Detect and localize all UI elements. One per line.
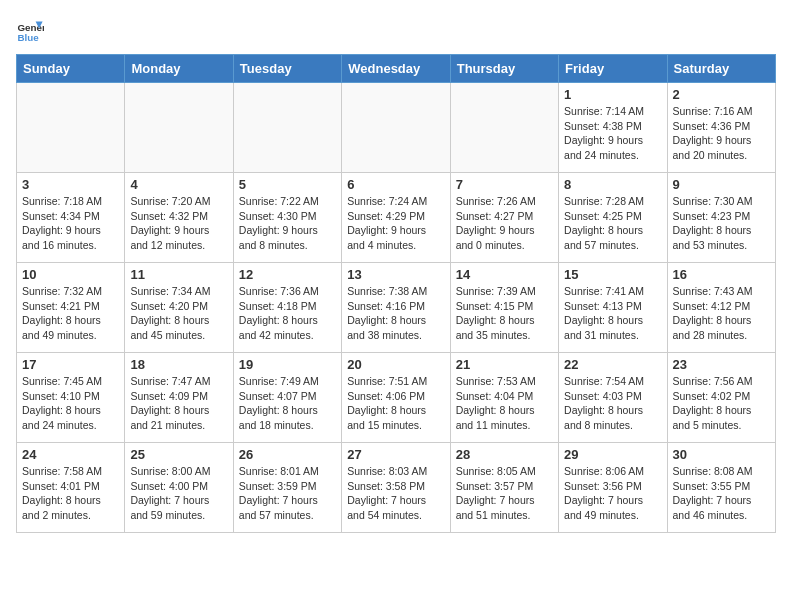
day-number: 26 [239, 447, 336, 462]
day-number: 13 [347, 267, 444, 282]
calendar-body: 1Sunrise: 7:14 AM Sunset: 4:38 PM Daylig… [17, 83, 776, 533]
calendar-cell: 25Sunrise: 8:00 AM Sunset: 4:00 PM Dayli… [125, 443, 233, 533]
calendar-weekday-saturday: Saturday [667, 55, 775, 83]
day-info: Sunrise: 8:00 AM Sunset: 4:00 PM Dayligh… [130, 464, 227, 523]
calendar-cell: 23Sunrise: 7:56 AM Sunset: 4:02 PM Dayli… [667, 353, 775, 443]
day-info: Sunrise: 7:43 AM Sunset: 4:12 PM Dayligh… [673, 284, 770, 343]
day-info: Sunrise: 7:41 AM Sunset: 4:13 PM Dayligh… [564, 284, 661, 343]
day-number: 16 [673, 267, 770, 282]
calendar-week-2: 3Sunrise: 7:18 AM Sunset: 4:34 PM Daylig… [17, 173, 776, 263]
calendar-cell: 29Sunrise: 8:06 AM Sunset: 3:56 PM Dayli… [559, 443, 667, 533]
calendar-weekday-tuesday: Tuesday [233, 55, 341, 83]
day-number: 22 [564, 357, 661, 372]
calendar-cell: 19Sunrise: 7:49 AM Sunset: 4:07 PM Dayli… [233, 353, 341, 443]
calendar-cell [17, 83, 125, 173]
calendar-cell: 26Sunrise: 8:01 AM Sunset: 3:59 PM Dayli… [233, 443, 341, 533]
day-number: 25 [130, 447, 227, 462]
calendar-cell: 14Sunrise: 7:39 AM Sunset: 4:15 PM Dayli… [450, 263, 558, 353]
calendar-cell: 8Sunrise: 7:28 AM Sunset: 4:25 PM Daylig… [559, 173, 667, 263]
calendar-cell: 10Sunrise: 7:32 AM Sunset: 4:21 PM Dayli… [17, 263, 125, 353]
calendar-cell: 20Sunrise: 7:51 AM Sunset: 4:06 PM Dayli… [342, 353, 450, 443]
day-info: Sunrise: 7:56 AM Sunset: 4:02 PM Dayligh… [673, 374, 770, 433]
day-info: Sunrise: 7:53 AM Sunset: 4:04 PM Dayligh… [456, 374, 553, 433]
logo: General Blue [16, 16, 48, 44]
calendar-week-3: 10Sunrise: 7:32 AM Sunset: 4:21 PM Dayli… [17, 263, 776, 353]
day-number: 15 [564, 267, 661, 282]
day-number: 3 [22, 177, 119, 192]
day-number: 11 [130, 267, 227, 282]
day-number: 4 [130, 177, 227, 192]
calendar-cell: 27Sunrise: 8:03 AM Sunset: 3:58 PM Dayli… [342, 443, 450, 533]
calendar-cell: 16Sunrise: 7:43 AM Sunset: 4:12 PM Dayli… [667, 263, 775, 353]
calendar-cell: 13Sunrise: 7:38 AM Sunset: 4:16 PM Dayli… [342, 263, 450, 353]
calendar-cell: 17Sunrise: 7:45 AM Sunset: 4:10 PM Dayli… [17, 353, 125, 443]
day-number: 21 [456, 357, 553, 372]
calendar-cell: 7Sunrise: 7:26 AM Sunset: 4:27 PM Daylig… [450, 173, 558, 263]
day-info: Sunrise: 7:16 AM Sunset: 4:36 PM Dayligh… [673, 104, 770, 163]
logo-icon: General Blue [16, 16, 44, 44]
day-info: Sunrise: 8:01 AM Sunset: 3:59 PM Dayligh… [239, 464, 336, 523]
day-number: 24 [22, 447, 119, 462]
calendar-cell [125, 83, 233, 173]
day-info: Sunrise: 8:05 AM Sunset: 3:57 PM Dayligh… [456, 464, 553, 523]
calendar-weekday-monday: Monday [125, 55, 233, 83]
calendar-cell: 11Sunrise: 7:34 AM Sunset: 4:20 PM Dayli… [125, 263, 233, 353]
page-header: General Blue [16, 16, 776, 44]
day-number: 1 [564, 87, 661, 102]
day-info: Sunrise: 7:28 AM Sunset: 4:25 PM Dayligh… [564, 194, 661, 253]
calendar-weekday-sunday: Sunday [17, 55, 125, 83]
day-info: Sunrise: 7:58 AM Sunset: 4:01 PM Dayligh… [22, 464, 119, 523]
day-info: Sunrise: 8:06 AM Sunset: 3:56 PM Dayligh… [564, 464, 661, 523]
day-number: 8 [564, 177, 661, 192]
day-info: Sunrise: 7:20 AM Sunset: 4:32 PM Dayligh… [130, 194, 227, 253]
day-info: Sunrise: 7:45 AM Sunset: 4:10 PM Dayligh… [22, 374, 119, 433]
day-info: Sunrise: 8:03 AM Sunset: 3:58 PM Dayligh… [347, 464, 444, 523]
day-info: Sunrise: 7:18 AM Sunset: 4:34 PM Dayligh… [22, 194, 119, 253]
calendar-table: SundayMondayTuesdayWednesdayThursdayFrid… [16, 54, 776, 533]
calendar-cell [233, 83, 341, 173]
day-number: 20 [347, 357, 444, 372]
day-info: Sunrise: 7:30 AM Sunset: 4:23 PM Dayligh… [673, 194, 770, 253]
calendar-cell: 9Sunrise: 7:30 AM Sunset: 4:23 PM Daylig… [667, 173, 775, 263]
calendar-weekday-thursday: Thursday [450, 55, 558, 83]
day-number: 18 [130, 357, 227, 372]
day-info: Sunrise: 7:32 AM Sunset: 4:21 PM Dayligh… [22, 284, 119, 343]
day-number: 27 [347, 447, 444, 462]
calendar-cell: 15Sunrise: 7:41 AM Sunset: 4:13 PM Dayli… [559, 263, 667, 353]
day-number: 30 [673, 447, 770, 462]
day-number: 17 [22, 357, 119, 372]
day-info: Sunrise: 7:14 AM Sunset: 4:38 PM Dayligh… [564, 104, 661, 163]
day-info: Sunrise: 7:47 AM Sunset: 4:09 PM Dayligh… [130, 374, 227, 433]
day-number: 2 [673, 87, 770, 102]
calendar-cell: 5Sunrise: 7:22 AM Sunset: 4:30 PM Daylig… [233, 173, 341, 263]
day-number: 10 [22, 267, 119, 282]
calendar-week-4: 17Sunrise: 7:45 AM Sunset: 4:10 PM Dayli… [17, 353, 776, 443]
day-info: Sunrise: 7:36 AM Sunset: 4:18 PM Dayligh… [239, 284, 336, 343]
day-info: Sunrise: 8:08 AM Sunset: 3:55 PM Dayligh… [673, 464, 770, 523]
day-info: Sunrise: 7:39 AM Sunset: 4:15 PM Dayligh… [456, 284, 553, 343]
calendar-cell: 24Sunrise: 7:58 AM Sunset: 4:01 PM Dayli… [17, 443, 125, 533]
day-number: 19 [239, 357, 336, 372]
calendar-cell: 12Sunrise: 7:36 AM Sunset: 4:18 PM Dayli… [233, 263, 341, 353]
day-info: Sunrise: 7:26 AM Sunset: 4:27 PM Dayligh… [456, 194, 553, 253]
day-info: Sunrise: 7:49 AM Sunset: 4:07 PM Dayligh… [239, 374, 336, 433]
calendar-weekday-wednesday: Wednesday [342, 55, 450, 83]
calendar-cell: 3Sunrise: 7:18 AM Sunset: 4:34 PM Daylig… [17, 173, 125, 263]
calendar-cell [450, 83, 558, 173]
day-number: 14 [456, 267, 553, 282]
day-info: Sunrise: 7:54 AM Sunset: 4:03 PM Dayligh… [564, 374, 661, 433]
day-number: 6 [347, 177, 444, 192]
day-info: Sunrise: 7:34 AM Sunset: 4:20 PM Dayligh… [130, 284, 227, 343]
calendar-cell: 22Sunrise: 7:54 AM Sunset: 4:03 PM Dayli… [559, 353, 667, 443]
calendar-header-row: SundayMondayTuesdayWednesdayThursdayFrid… [17, 55, 776, 83]
svg-text:Blue: Blue [17, 32, 39, 43]
calendar-cell: 30Sunrise: 8:08 AM Sunset: 3:55 PM Dayli… [667, 443, 775, 533]
day-number: 7 [456, 177, 553, 192]
calendar-cell [342, 83, 450, 173]
day-info: Sunrise: 7:51 AM Sunset: 4:06 PM Dayligh… [347, 374, 444, 433]
day-number: 9 [673, 177, 770, 192]
calendar-cell: 21Sunrise: 7:53 AM Sunset: 4:04 PM Dayli… [450, 353, 558, 443]
day-number: 23 [673, 357, 770, 372]
calendar-cell: 6Sunrise: 7:24 AM Sunset: 4:29 PM Daylig… [342, 173, 450, 263]
calendar-cell: 1Sunrise: 7:14 AM Sunset: 4:38 PM Daylig… [559, 83, 667, 173]
